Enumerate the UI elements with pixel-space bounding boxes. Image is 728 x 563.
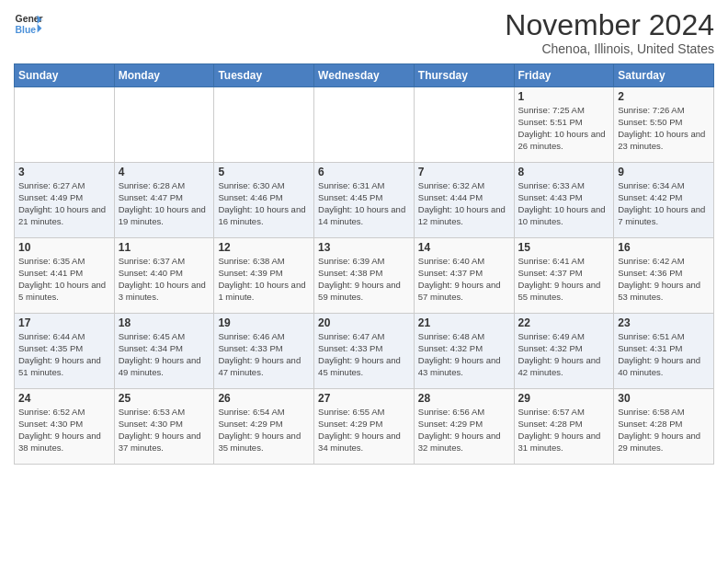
day-detail: Sunrise: 6:53 AM Sunset: 4:30 PM Dayligh…: [119, 407, 210, 454]
calendar-cell: 11Sunrise: 6:37 AM Sunset: 4:40 PM Dayli…: [114, 238, 214, 314]
day-number: 11: [119, 241, 210, 254]
calendar-cell: 4Sunrise: 6:28 AM Sunset: 4:47 PM Daylig…: [114, 163, 214, 238]
calendar-cell: 28Sunrise: 6:56 AM Sunset: 4:29 PM Dayli…: [414, 389, 514, 465]
day-number: 1: [518, 90, 610, 103]
calendar-cell: 27Sunrise: 6:55 AM Sunset: 4:29 PM Dayli…: [314, 389, 415, 465]
day-number: 6: [318, 166, 410, 178]
logo-icon: General Blue: [14, 9, 43, 39]
calendar-cell: 17Sunrise: 6:44 AM Sunset: 4:35 PM Dayli…: [15, 314, 115, 389]
day-number: 29: [518, 392, 610, 405]
day-detail: Sunrise: 6:54 AM Sunset: 4:29 PM Dayligh…: [218, 407, 310, 454]
calendar-cell: 14Sunrise: 6:40 AM Sunset: 4:37 PM Dayli…: [414, 238, 514, 314]
day-number: 26: [218, 392, 310, 405]
day-number: 13: [318, 241, 410, 254]
week-row-1: 1Sunrise: 7:25 AM Sunset: 5:51 PM Daylig…: [15, 87, 714, 163]
calendar-cell: 6Sunrise: 6:31 AM Sunset: 4:45 PM Daylig…: [314, 163, 415, 238]
day-number: 16: [618, 241, 710, 254]
day-number: 2: [618, 90, 710, 103]
day-number: 24: [18, 392, 110, 405]
day-detail: Sunrise: 6:45 AM Sunset: 4:34 PM Dayligh…: [119, 331, 210, 378]
day-detail: Sunrise: 6:49 AM Sunset: 4:32 PM Dayligh…: [518, 331, 610, 378]
day-detail: Sunrise: 6:42 AM Sunset: 4:36 PM Dayligh…: [618, 256, 710, 303]
calendar-cell: 1Sunrise: 7:25 AM Sunset: 5:51 PM Daylig…: [514, 87, 614, 163]
day-header-saturday: Saturday: [614, 64, 714, 87]
header-row: SundayMondayTuesdayWednesdayThursdayFrid…: [15, 64, 714, 87]
day-number: 30: [618, 392, 710, 405]
calendar-cell: 9Sunrise: 6:34 AM Sunset: 4:42 PM Daylig…: [614, 163, 714, 238]
day-detail: Sunrise: 6:52 AM Sunset: 4:30 PM Dayligh…: [18, 407, 110, 454]
calendar-cell: 20Sunrise: 6:47 AM Sunset: 4:33 PM Dayli…: [314, 314, 415, 389]
day-number: 10: [18, 241, 110, 254]
month-title: November 2024: [505, 9, 714, 41]
day-detail: Sunrise: 6:57 AM Sunset: 4:28 PM Dayligh…: [518, 407, 610, 454]
day-detail: Sunrise: 7:26 AM Sunset: 5:50 PM Dayligh…: [618, 105, 710, 152]
day-number: 20: [318, 316, 410, 329]
day-detail: Sunrise: 6:35 AM Sunset: 4:41 PM Dayligh…: [18, 256, 110, 303]
calendar-cell: 5Sunrise: 6:30 AM Sunset: 4:46 PM Daylig…: [214, 163, 314, 238]
day-header-friday: Friday: [514, 64, 614, 87]
day-number: 19: [218, 316, 310, 329]
day-detail: Sunrise: 6:30 AM Sunset: 4:46 PM Dayligh…: [218, 180, 310, 227]
calendar-cell: [214, 87, 314, 163]
day-number: 21: [418, 316, 510, 329]
calendar-cell: 23Sunrise: 6:51 AM Sunset: 4:31 PM Dayli…: [614, 314, 714, 389]
day-header-monday: Monday: [114, 64, 214, 87]
title-section: November 2024 Chenoa, Illinois, United S…: [505, 9, 714, 56]
calendar-cell: 12Sunrise: 6:38 AM Sunset: 4:39 PM Dayli…: [214, 238, 314, 314]
day-detail: Sunrise: 7:25 AM Sunset: 5:51 PM Dayligh…: [518, 105, 610, 152]
day-header-sunday: Sunday: [15, 64, 115, 87]
calendar-cell: 2Sunrise: 7:26 AM Sunset: 5:50 PM Daylig…: [614, 87, 714, 163]
calendar-cell: 30Sunrise: 6:58 AM Sunset: 4:28 PM Dayli…: [614, 389, 714, 465]
logo: General Blue: [14, 9, 43, 39]
day-detail: Sunrise: 6:48 AM Sunset: 4:32 PM Dayligh…: [418, 331, 510, 378]
day-number: 4: [119, 166, 210, 178]
day-number: 3: [18, 166, 110, 178]
calendar-cell: 13Sunrise: 6:39 AM Sunset: 4:38 PM Dayli…: [314, 238, 415, 314]
day-number: 14: [418, 241, 510, 254]
day-detail: Sunrise: 6:27 AM Sunset: 4:49 PM Dayligh…: [18, 180, 110, 227]
week-row-5: 24Sunrise: 6:52 AM Sunset: 4:30 PM Dayli…: [15, 389, 714, 465]
day-detail: Sunrise: 6:55 AM Sunset: 4:29 PM Dayligh…: [318, 407, 410, 454]
day-number: 17: [18, 316, 110, 329]
calendar-cell: 3Sunrise: 6:27 AM Sunset: 4:49 PM Daylig…: [15, 163, 115, 238]
day-number: 25: [119, 392, 210, 405]
day-detail: Sunrise: 6:51 AM Sunset: 4:31 PM Dayligh…: [618, 331, 710, 378]
day-number: 28: [418, 392, 510, 405]
day-number: 8: [518, 166, 610, 178]
week-row-4: 17Sunrise: 6:44 AM Sunset: 4:35 PM Dayli…: [15, 314, 714, 389]
day-detail: Sunrise: 6:38 AM Sunset: 4:39 PM Dayligh…: [218, 256, 310, 303]
calendar-cell: 15Sunrise: 6:41 AM Sunset: 4:37 PM Dayli…: [514, 238, 614, 314]
calendar-cell: 26Sunrise: 6:54 AM Sunset: 4:29 PM Dayli…: [214, 389, 314, 465]
calendar-cell: 22Sunrise: 6:49 AM Sunset: 4:32 PM Dayli…: [514, 314, 614, 389]
day-number: 9: [618, 166, 710, 178]
day-number: 15: [518, 241, 610, 254]
calendar-cell: 18Sunrise: 6:45 AM Sunset: 4:34 PM Dayli…: [114, 314, 214, 389]
page: General Blue November 2024 Chenoa, Illin…: [0, 0, 728, 563]
header: General Blue November 2024 Chenoa, Illin…: [14, 9, 714, 56]
day-detail: Sunrise: 6:58 AM Sunset: 4:28 PM Dayligh…: [618, 407, 710, 454]
day-detail: Sunrise: 6:39 AM Sunset: 4:38 PM Dayligh…: [318, 256, 410, 303]
calendar-cell: 24Sunrise: 6:52 AM Sunset: 4:30 PM Dayli…: [15, 389, 115, 465]
day-number: 18: [119, 316, 210, 329]
svg-text:Blue: Blue: [16, 25, 37, 35]
week-row-3: 10Sunrise: 6:35 AM Sunset: 4:41 PM Dayli…: [15, 238, 714, 314]
day-number: 22: [518, 316, 610, 329]
day-detail: Sunrise: 6:56 AM Sunset: 4:29 PM Dayligh…: [418, 407, 510, 454]
calendar-cell: 29Sunrise: 6:57 AM Sunset: 4:28 PM Dayli…: [514, 389, 614, 465]
day-detail: Sunrise: 6:33 AM Sunset: 4:43 PM Dayligh…: [518, 180, 610, 227]
day-detail: Sunrise: 6:47 AM Sunset: 4:33 PM Dayligh…: [318, 331, 410, 378]
calendar-cell: 19Sunrise: 6:46 AM Sunset: 4:33 PM Dayli…: [214, 314, 314, 389]
calendar-cell: 21Sunrise: 6:48 AM Sunset: 4:32 PM Dayli…: [414, 314, 514, 389]
calendar-cell: 8Sunrise: 6:33 AM Sunset: 4:43 PM Daylig…: [514, 163, 614, 238]
day-number: 12: [218, 241, 310, 254]
calendar-cell: 10Sunrise: 6:35 AM Sunset: 4:41 PM Dayli…: [15, 238, 115, 314]
day-number: 7: [418, 166, 510, 178]
day-detail: Sunrise: 6:34 AM Sunset: 4:42 PM Dayligh…: [618, 180, 710, 227]
day-detail: Sunrise: 6:44 AM Sunset: 4:35 PM Dayligh…: [18, 331, 110, 378]
day-number: 27: [318, 392, 410, 405]
day-detail: Sunrise: 6:32 AM Sunset: 4:44 PM Dayligh…: [418, 180, 510, 227]
day-header-thursday: Thursday: [414, 64, 514, 87]
day-header-wednesday: Wednesday: [314, 64, 415, 87]
calendar-cell: [314, 87, 415, 163]
day-detail: Sunrise: 6:41 AM Sunset: 4:37 PM Dayligh…: [518, 256, 610, 303]
